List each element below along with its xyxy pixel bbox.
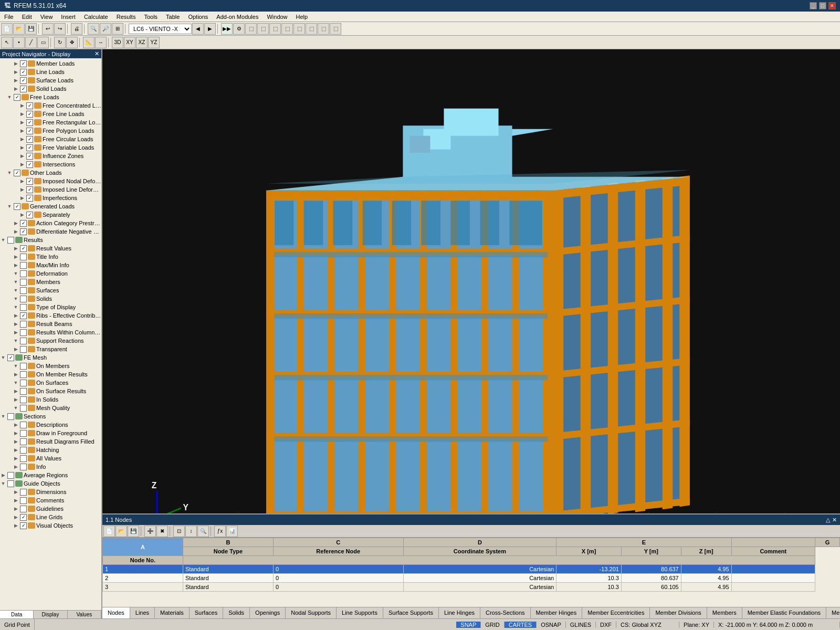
checkbox-all-values[interactable]: [20, 455, 27, 462]
checkbox-results-within[interactable]: [20, 329, 27, 336]
maximize-button[interactable]: □: [819, 2, 826, 9]
rot-btn[interactable]: ↻: [54, 37, 66, 48]
tree-item-max-min-info[interactable]: ▶Max/Min Info: [0, 261, 101, 269]
grid-toggle[interactable]: GRID: [481, 622, 505, 628]
expand-sections[interactable]: ▼: [0, 413, 6, 419]
tree-item-result-beams[interactable]: ▶Result Beams: [0, 320, 101, 328]
menu-help[interactable]: Help: [292, 12, 312, 22]
checkbox-type-of-display[interactable]: [20, 304, 27, 311]
calc-btn[interactable]: ⚙: [233, 23, 245, 35]
t1[interactable]: ⬚: [245, 23, 257, 35]
checkbox-influence-zones[interactable]: [26, 153, 33, 160]
tree-item-other-loads[interactable]: ▼Other Loads: [0, 169, 101, 177]
dt-chart[interactable]: 📊: [226, 526, 238, 537]
tree-container[interactable]: ▶Member Loads▶Line Loads▶Surface Loads▶S…: [0, 58, 101, 610]
t6[interactable]: ⬚: [306, 23, 317, 35]
tree-item-type-of-display[interactable]: ▼Type of Display: [0, 303, 101, 311]
menu-table[interactable]: Table: [162, 12, 184, 22]
tab-line-hinges[interactable]: Line Hinges: [439, 607, 480, 618]
tree-item-members[interactable]: ▼Members: [0, 278, 101, 286]
undo-btn[interactable]: ↩: [42, 23, 54, 35]
checkbox-info[interactable]: [20, 464, 27, 470]
expand-comments[interactable]: ▶: [13, 497, 19, 503]
table-row[interactable]: 3Standard0Cartesian10.360.1054.95: [103, 583, 840, 592]
checkbox-generated-loads[interactable]: [14, 203, 20, 210]
snap-toggle[interactable]: SNAP: [456, 622, 481, 628]
menu-view[interactable]: View: [36, 12, 57, 22]
expand-descriptions[interactable]: ▶: [13, 422, 19, 428]
checkbox-intersections[interactable]: [26, 161, 33, 168]
checkbox-descriptions[interactable]: [20, 422, 27, 428]
panel-expand[interactable]: △: [826, 517, 830, 523]
tree-item-free-polygon[interactable]: ▶Free Polygon Loads: [0, 127, 101, 135]
expand-all-values[interactable]: ▶: [13, 455, 19, 461]
t5[interactable]: ⬚: [293, 23, 305, 35]
expand-other-loads[interactable]: ▼: [6, 170, 13, 176]
menu-edit[interactable]: Edit: [18, 12, 36, 22]
tree-item-on-surfaces[interactable]: ▼On Surfaces: [0, 379, 101, 387]
tree-item-hatching[interactable]: ▶Hatching: [0, 446, 101, 454]
tree-item-differentiate[interactable]: ▶Differentiate Negative Loa...: [0, 227, 101, 236]
tree-item-descriptions[interactable]: ▶Descriptions: [0, 421, 101, 429]
expand-type-of-display[interactable]: ▼: [13, 304, 19, 310]
expand-member-loads[interactable]: ▶: [13, 60, 19, 67]
checkbox-free-circular[interactable]: [26, 136, 33, 143]
checkbox-surface-loads[interactable]: [20, 77, 27, 84]
expand-max-min-info[interactable]: ▶: [13, 262, 19, 268]
tree-item-free-variable[interactable]: ▶Free Variable Loads: [0, 143, 101, 152]
tree-item-comments[interactable]: ▶Comments: [0, 496, 101, 505]
expand-free-polygon[interactable]: ▶: [19, 128, 25, 134]
expand-on-members[interactable]: ▼: [13, 363, 19, 369]
dt-save[interactable]: 💾: [128, 526, 139, 537]
tree-item-surfaces[interactable]: ▼Surfaces: [0, 286, 101, 295]
menu-file[interactable]: File: [0, 12, 18, 22]
checkbox-visual-objects[interactable]: [20, 522, 27, 529]
tree-item-mesh-quality[interactable]: ▼Mesh Quality: [0, 404, 101, 412]
checkbox-action-category[interactable]: [20, 220, 27, 227]
cartes-toggle[interactable]: CARTES: [505, 622, 537, 628]
tree-item-result-diagrams-filled[interactable]: ▶Result Diagrams Filled: [0, 437, 101, 446]
tab-members[interactable]: Members: [707, 607, 742, 618]
tree-item-generated-loads[interactable]: ▼Generated Loads: [0, 202, 101, 211]
dt-new[interactable]: 📄: [103, 526, 115, 537]
checkbox-on-member-results[interactable]: [20, 371, 27, 378]
checkbox-differentiate[interactable]: [20, 228, 27, 235]
viewport[interactable]: Z Y X 1.1 Nodes △ ✕ 📄 📂 💾 ➕ ✖: [102, 49, 840, 618]
checkbox-line-grids[interactable]: [20, 514, 27, 521]
checkbox-in-solids[interactable]: [20, 396, 27, 403]
menu-add-on-modules[interactable]: Add-on Modules: [212, 12, 262, 22]
tree-item-in-solids[interactable]: ▶In Solids: [0, 395, 101, 404]
expand-action-category[interactable]: ▶: [13, 220, 19, 226]
tree-item-intersections[interactable]: ▶Intersections: [0, 160, 101, 169]
close-button[interactable]: ✕: [828, 2, 836, 9]
expand-members[interactable]: ▼: [13, 279, 19, 285]
tree-item-result-values[interactable]: ▶Result Values: [0, 244, 101, 253]
tree-item-imposed-line[interactable]: ▶Imposed Line Deforma...: [0, 185, 101, 194]
select-btn[interactable]: ↖: [1, 37, 13, 48]
expand-surface-loads[interactable]: ▶: [13, 77, 19, 83]
table-area[interactable]: A B C D E G Node Type Reference Node Coo…: [102, 538, 840, 607]
menu-results[interactable]: Results: [112, 12, 140, 22]
checkbox-draw-in-foreground[interactable]: [20, 430, 27, 437]
dt-formula[interactable]: ƒx: [214, 526, 226, 537]
next-btn[interactable]: ▶: [204, 23, 216, 35]
checkbox-on-surface-results[interactable]: [20, 388, 27, 395]
checkbox-deformation[interactable]: [20, 270, 27, 277]
tree-item-guide-objects[interactable]: ▼Guide Objects: [0, 479, 101, 488]
menu-window[interactable]: Window: [262, 12, 291, 22]
expand-generated-loads[interactable]: ▼: [6, 203, 13, 209]
expand-guidelines[interactable]: ▶: [13, 506, 19, 512]
tab-nodal-supports[interactable]: Nodal Supports: [286, 607, 337, 618]
tab-cross-sections[interactable]: Cross-Sections: [480, 607, 531, 618]
t2[interactable]: ⬚: [257, 23, 269, 35]
tree-item-imperfections[interactable]: ▶Imperfections: [0, 194, 101, 202]
table-row[interactable]: 2Standard0Cartesian10.380.6374.95: [103, 574, 840, 583]
expand-result-values[interactable]: ▶: [13, 245, 19, 251]
glines-toggle[interactable]: GLINES: [566, 622, 596, 628]
expand-support-reactions[interactable]: ▼: [13, 338, 19, 344]
tab-display[interactable]: Display: [34, 611, 67, 618]
tree-item-average-regions[interactable]: ▶Average Regions: [0, 471, 101, 479]
checkbox-average-regions[interactable]: [7, 472, 14, 479]
tab-member-elastic-foundations[interactable]: Member Elastic Foundations: [742, 607, 826, 618]
t3[interactable]: ⬚: [269, 23, 281, 35]
